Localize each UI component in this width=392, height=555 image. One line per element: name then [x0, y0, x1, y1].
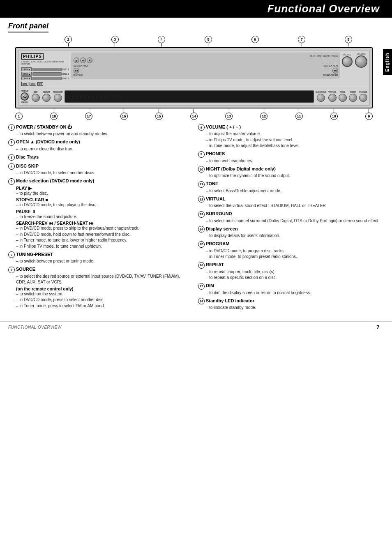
stop-btn: ■	[80, 58, 86, 63]
desc-item-7: 7 SOURCE to select the desired source or…	[8, 267, 190, 309]
callout-1: 1	[15, 109, 23, 120]
source-volume-area: SOURCE VOLUME	[342, 53, 367, 68]
desc-item-9: 9 PHONES to connect headphones.	[198, 151, 380, 164]
program-knob	[54, 94, 62, 102]
phones-knob	[359, 94, 367, 102]
right-descriptions: 8 VOLUME ( + / – ) to adjust the master …	[198, 124, 380, 313]
display-screen: · · · · · · · · · · · · · ·	[65, 90, 314, 103]
descriptions-container: 1 POWER / STANDBY ON ⏻ to switch between…	[8, 124, 380, 313]
callout-16: 16	[120, 109, 128, 120]
open-button-1: OPEN▲ DISC 1	[21, 67, 69, 71]
tone-knob	[339, 94, 347, 102]
svg-text:· · · · · · · · · · · · · ·: · · · · · · · · · · · · · ·	[68, 95, 121, 99]
desc-item-3: 3 Disc Trays	[8, 154, 190, 161]
night-knob	[349, 94, 357, 102]
device-diagram: 2 3 4 5 6 7 8	[15, 36, 373, 120]
bottom-controls: DIM REPEAT PROGRAM	[32, 91, 63, 102]
section-title: Front panel	[8, 22, 48, 32]
callout-3: 3	[111, 36, 119, 46]
page-footer: Functional Overview 7	[0, 321, 392, 333]
desc-item-12: 12 VIRTUAL to select the virtual sound e…	[198, 196, 380, 209]
volume-knob	[355, 55, 367, 68]
brand-logo: PHILIPS	[21, 53, 44, 60]
callout-9: 9	[365, 109, 373, 120]
callout-17: 17	[85, 109, 92, 120]
prev-btn: ⏮	[74, 68, 79, 74]
callout-15: 15	[155, 109, 163, 120]
desc-item-5: 5 Mode selection (DVD/CD mode only) PLAY…	[8, 178, 190, 250]
callout-8: 8	[345, 36, 352, 46]
surround-knob	[317, 94, 325, 102]
open-button-2: OPEN▲ DISC 2	[21, 72, 69, 76]
dim-knob	[32, 94, 40, 102]
footer-page-number: 7	[376, 324, 380, 330]
right-controls: SURROUND VIRTUAL TONE NIGHT	[316, 91, 367, 102]
desc-item-8: 8 VOLUME ( + / – ) to adjust the master …	[198, 124, 380, 149]
desc-item-16: 16 REPEAT to repeat chapter, track, titl…	[198, 262, 380, 281]
footer-label: Functional Overview	[8, 325, 62, 329]
callout-5: 5	[205, 36, 212, 46]
desc-item-10: 10 NIGHT (Dolby Digital mode only) to op…	[198, 166, 380, 179]
language-tab: English	[383, 49, 392, 75]
callout-11: 11	[295, 109, 303, 120]
desc-item-18: 18 Standby LED indicator to indicate sta…	[198, 298, 380, 311]
page-header: Functional Overview	[0, 0, 392, 18]
power-section: POWER ⏻ STANDBY	[21, 90, 29, 103]
callout-4: 4	[158, 36, 165, 46]
transport-controls-area: PLAY STOP·CLEAR PAUSE ▶ ■ ⏸ SEARCH·PREV …	[71, 53, 340, 78]
device-illustration: PHILIPS FX5009D 3DVD VIDEO DIGITAL SURRO…	[15, 47, 373, 108]
play-btn: ▶	[74, 58, 79, 63]
desc-item-4: 4 DISC SKIP in DVD/CD mode, to select an…	[8, 163, 190, 176]
callout-12: 12	[260, 109, 267, 120]
desc-item-17: 17 DIM to dim the display screen or retu…	[198, 283, 380, 296]
callout-2: 2	[65, 36, 72, 46]
desc-item-1: 1 POWER / STANDBY ON ⏻ to switch between…	[8, 124, 190, 137]
main-content: Front panel 2 3 4 5 6	[0, 18, 392, 317]
model-number: FX5009D 3DVD VIDEO DIGITAL SURROUND SYST…	[21, 60, 69, 65]
desc-item-14: 14 Display screen to display details for…	[198, 226, 380, 239]
pause-btn: ⏸	[87, 58, 92, 63]
left-descriptions: 1 POWER / STANDBY ON ⏻ to switch between…	[8, 124, 190, 313]
desc-item-11: 11 TONE to select Bass/Treble adjustment…	[198, 181, 380, 194]
repeat-knob	[42, 94, 51, 102]
virtual-knob	[328, 94, 337, 102]
open-button-3: OPEN▲ DISC 3	[21, 76, 69, 80]
callout-18: 18	[50, 109, 58, 120]
callout-10: 10	[330, 109, 338, 120]
power-button: ⏻	[21, 92, 29, 101]
desc-item-2: 2 OPEN ▲ (DVD/CD mode only) to open or c…	[8, 139, 190, 152]
desc-item-13: 13 SURROUND to select multichannel surro…	[198, 211, 380, 224]
callout-6: 6	[251, 36, 259, 46]
source-knob	[342, 56, 353, 67]
callout-14: 14	[190, 109, 198, 120]
desc-item-15: 15 PROGRAM in DVD/CD mode, to program di…	[198, 241, 380, 260]
display-segments: · · · · · · · · · · · · · ·	[66, 92, 132, 101]
callout-13: 13	[225, 109, 233, 120]
callout-7: 7	[298, 36, 305, 46]
next-btn: ⏭	[332, 68, 338, 74]
desc-item-6: 6 TUNING•PRESET to switch between preset…	[8, 251, 190, 265]
page-title: Functional Overview	[267, 2, 380, 15]
